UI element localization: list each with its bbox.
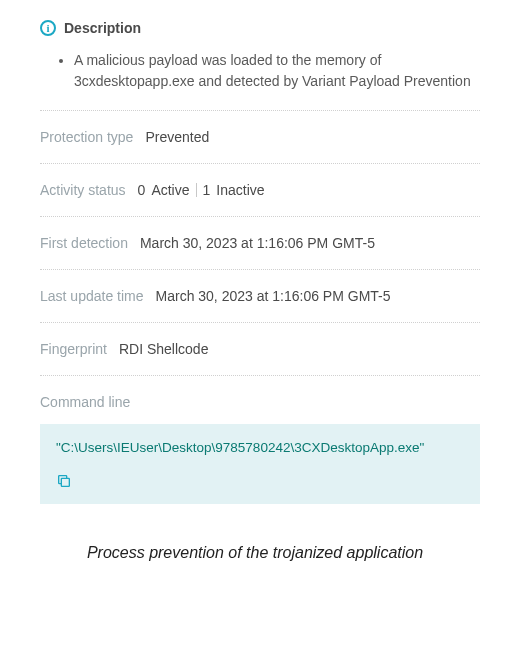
description-body: A malicious payload was loaded to the me… — [40, 50, 480, 92]
inactive-count: 1 — [203, 182, 211, 198]
last-update-value: March 30, 2023 at 1:16:06 PM GMT-5 — [156, 288, 391, 304]
last-update-label: Last update time — [40, 288, 144, 304]
protection-type-row: Protection type Prevented — [40, 111, 480, 163]
fingerprint-value: RDI Shellcode — [119, 341, 209, 357]
activity-status-row: Activity status 0 Active 1 Inactive — [40, 164, 480, 216]
first-detection-label: First detection — [40, 235, 128, 251]
command-line-label: Command line — [40, 394, 130, 410]
first-detection-row: First detection March 30, 2023 at 1:16:0… — [40, 217, 480, 269]
command-line-value: "C:\Users\IEUser\Desktop\9785780242\3CXD… — [56, 440, 464, 455]
copy-icon — [56, 473, 72, 489]
command-line-section: Command line "C:\Users\IEUser\Desktop\97… — [40, 376, 480, 514]
copy-button[interactable] — [56, 473, 72, 489]
active-count: 0 — [138, 182, 146, 198]
description-title: Description — [64, 20, 141, 36]
active-label: Active — [151, 182, 189, 198]
protection-type-label: Protection type — [40, 129, 133, 145]
fingerprint-label: Fingerprint — [40, 341, 107, 357]
command-line-box: "C:\Users\IEUser\Desktop\9785780242\3CXD… — [40, 424, 480, 504]
inactive-label: Inactive — [216, 182, 264, 198]
last-update-row: Last update time March 30, 2023 at 1:16:… — [40, 270, 480, 322]
activity-status-value: 0 Active 1 Inactive — [138, 182, 265, 198]
svg-rect-0 — [61, 478, 69, 486]
protection-type-value: Prevented — [145, 129, 209, 145]
detection-panel: i Description A malicious payload was lo… — [0, 0, 510, 524]
description-text: A malicious payload was loaded to the me… — [74, 50, 480, 92]
info-icon: i — [40, 20, 56, 36]
separator — [196, 183, 197, 197]
caption: Process prevention of the trojanized app… — [0, 524, 510, 572]
first-detection-value: March 30, 2023 at 1:16:06 PM GMT-5 — [140, 235, 375, 251]
activity-status-label: Activity status — [40, 182, 126, 198]
description-header: i Description — [40, 20, 480, 36]
fingerprint-row: Fingerprint RDI Shellcode — [40, 323, 480, 375]
